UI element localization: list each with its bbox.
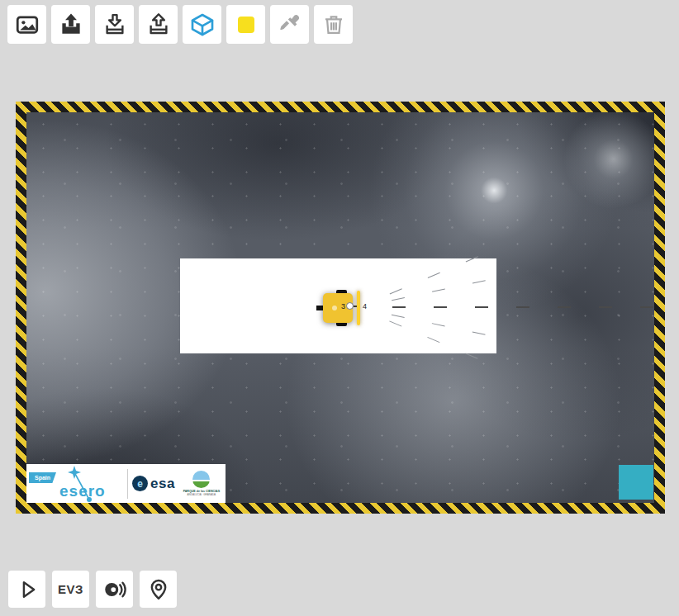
- color-swatch-button[interactable]: [226, 5, 265, 44]
- esa-logo: e esa: [128, 476, 178, 492]
- ev3-brick-button[interactable]: EVЗ: [52, 571, 89, 608]
- upload-tray-icon: [146, 12, 171, 37]
- export-scene-button[interactable]: [51, 5, 90, 44]
- esero-logo: Spain esero: [26, 464, 127, 503]
- color-picker-button[interactable]: [270, 5, 309, 44]
- robot-center-dot: [332, 306, 337, 310]
- import-scene-button[interactable]: [95, 5, 134, 44]
- eyedropper-icon: [278, 13, 302, 36]
- ultrasonic-sensor-icon: [346, 302, 354, 310]
- play-icon: [16, 578, 39, 601]
- background-image-button[interactable]: [7, 5, 46, 44]
- logo-panel: Spain esero e esa PARQUE de las CIENCIAS…: [26, 464, 226, 503]
- robot-port-3-label: 3: [341, 303, 345, 310]
- position-button[interactable]: [140, 571, 177, 608]
- robot-rear-nub: [316, 306, 323, 310]
- robot-front-bar: [357, 291, 360, 325]
- esero-wordmark: esero: [59, 483, 106, 499]
- esero-spain-tag: Spain: [29, 472, 56, 483]
- upload-scene-button[interactable]: [139, 5, 178, 44]
- parque-globe-icon: [192, 471, 210, 488]
- ev3-robot[interactable]: 3 4: [316, 290, 368, 326]
- arena-hazard-border: 3 4 Spain esero e esa: [16, 102, 665, 514]
- parque-subtitle: ANDALUCÍA · GRANADA: [188, 493, 216, 496]
- top-toolbar: [7, 5, 353, 44]
- sound-button[interactable]: [96, 571, 133, 608]
- sound-icon: [102, 577, 127, 602]
- robot-port-4-label: 4: [363, 303, 367, 310]
- goal-square[interactable]: [619, 465, 653, 500]
- esa-wordmark: esa: [150, 476, 175, 492]
- add-obstacle-button[interactable]: [183, 5, 221, 44]
- import-tray-icon: [102, 12, 127, 37]
- esa-disc-icon: e: [132, 476, 148, 491]
- location-pin-icon: [147, 578, 170, 601]
- arena-canvas[interactable]: 3 4 Spain esero e esa: [26, 112, 654, 503]
- delete-object-button[interactable]: [314, 5, 353, 44]
- parque-ciencias-logo: PARQUE de las CIENCIAS ANDALUCÍA · GRANA…: [178, 471, 225, 496]
- run-button[interactable]: [8, 571, 45, 608]
- bottom-toolbar: EVЗ: [8, 571, 177, 608]
- trash-icon: [322, 13, 345, 36]
- yellow-square-swatch: [238, 17, 254, 33]
- ev3-label: EVЗ: [58, 582, 83, 596]
- image-icon: [15, 12, 40, 37]
- export-tray-icon: [59, 12, 83, 37]
- cube-icon: [189, 12, 216, 38]
